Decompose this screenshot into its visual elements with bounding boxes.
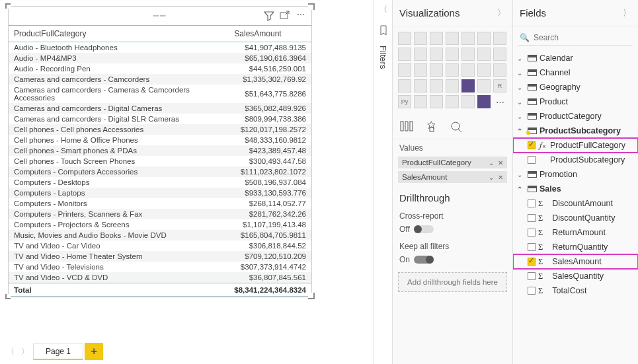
viz-ribbon-icon[interactable]: [461, 48, 475, 61]
page-tab-1[interactable]: Page 1: [33, 344, 83, 360]
chevron-up-icon[interactable]: ⌃: [517, 127, 525, 135]
table-row[interactable]: Computers - Laptops$933,130,593.776: [9, 188, 311, 198]
chevron-down-icon[interactable]: ⌄: [517, 113, 525, 120]
keep-filters-switch[interactable]: [414, 256, 434, 264]
table-row[interactable]: Computers - Projectors & Screens$1,107,1…: [9, 219, 311, 230]
col-header-sales[interactable]: SalesAmount: [229, 26, 311, 42]
page-next[interactable]: 〉: [19, 343, 32, 360]
viz-clustered-column-icon[interactable]: [446, 32, 459, 45]
viz-python-icon[interactable]: Py: [398, 95, 411, 108]
viz-arcgis-icon[interactable]: [461, 95, 475, 108]
well-productfullcategory[interactable]: ProductFullCategory ⌄✕: [398, 157, 507, 168]
viz-line-icon[interactable]: [493, 32, 506, 45]
checkbox[interactable]: [528, 156, 536, 164]
table-productcategory[interactable]: ⌄ProductCategory: [513, 109, 638, 124]
table-row[interactable]: Cameras and camcorders - Camcorders$1,33…: [9, 74, 311, 85]
viz-table-icon[interactable]: [461, 79, 475, 92]
table-row[interactable]: Computers - Monitors$268,114,052.77: [9, 198, 311, 209]
checkbox-checked[interactable]: [528, 258, 536, 266]
table-channel[interactable]: ⌄Channel: [513, 65, 638, 80]
filter-icon[interactable]: [264, 11, 274, 21]
table-row[interactable]: Cell phones - Smart phones & PDAs$423,38…: [9, 145, 311, 156]
chevron-down-icon[interactable]: ⌄: [517, 98, 525, 106]
viz-pie-icon[interactable]: [398, 63, 411, 77]
viz-donut-icon[interactable]: [414, 63, 427, 77]
viz-line-clustered-icon[interactable]: [446, 48, 459, 61]
well-salesamount[interactable]: SalesAmount ⌄✕: [398, 171, 507, 183]
checkbox-checked[interactable]: [528, 141, 536, 149]
checkbox[interactable]: [528, 214, 536, 222]
viz-stacked-bar-icon[interactable]: [398, 32, 411, 45]
fields-tab-icon[interactable]: [399, 120, 414, 132]
grip-icon[interactable]: ══: [153, 11, 167, 20]
add-page-button[interactable]: +: [85, 343, 103, 360]
viz-100-column-icon[interactable]: [477, 32, 491, 45]
well-dropdown-icon[interactable]: ⌄: [489, 174, 494, 181]
table-row[interactable]: Cell phones - Touch Screen Phones$300,49…: [9, 156, 311, 166]
table-productsubcategory[interactable]: ⌃ProductSubcategory: [513, 124, 638, 138]
chevron-down-icon[interactable]: ⌄: [517, 69, 525, 77]
collapse-filters-icon[interactable]: 〈: [379, 4, 387, 15]
checkbox[interactable]: [528, 272, 536, 280]
viz-map-icon[interactable]: [446, 63, 459, 77]
field-discountquantity[interactable]: ΣDiscountQuantity: [513, 211, 638, 225]
viz-more-icon[interactable]: ⋯: [493, 95, 506, 108]
drillthrough-dropzone[interactable]: Add drillthrough fields here: [398, 272, 507, 292]
table-row[interactable]: Cameras and camcorders - Digital Cameras…: [9, 103, 311, 114]
viz-scatter-icon[interactable]: [493, 48, 506, 61]
table-row[interactable]: Audio - MP4&MP3$65,190,616.3964: [9, 53, 311, 63]
checkbox[interactable]: [528, 200, 536, 207]
viz-r-icon[interactable]: R: [493, 79, 506, 92]
well-dropdown-icon[interactable]: ⌄: [489, 159, 494, 166]
table-sales[interactable]: ⌃Sales: [513, 182, 638, 196]
well-remove-icon[interactable]: ✕: [498, 174, 503, 181]
field-discountamount[interactable]: ΣDiscountAmount: [513, 196, 638, 211]
fields-search[interactable]: 🔍: [518, 30, 633, 46]
viz-multirow-icon[interactable]: [414, 79, 427, 92]
viz-treemap-icon[interactable]: [430, 63, 443, 77]
field-returnamount[interactable]: ΣReturnAmount: [513, 225, 638, 240]
table-row[interactable]: TV and Video - Televisions$307,373,914.4…: [9, 262, 311, 272]
checkbox[interactable]: [528, 229, 536, 237]
table-row[interactable]: TV and Video - Home Theater System$709,1…: [9, 251, 311, 262]
viz-key-influencers-icon[interactable]: [414, 95, 427, 108]
table-row[interactable]: Audio - Bluetooth Headphones$41,907,488.…: [9, 42, 311, 54]
format-tab-icon[interactable]: [424, 120, 439, 132]
viz-line-column-icon[interactable]: [430, 48, 443, 61]
field-salesquantity[interactable]: ΣSalesQuantity: [513, 269, 638, 283]
table-row[interactable]: TV and Video - VCD & DVD$36,807,845.561: [9, 272, 311, 283]
table-row[interactable]: Cell phones - Cell phones Accessories$12…: [9, 124, 311, 135]
table-geography[interactable]: ⌄Geography: [513, 80, 638, 94]
field-returnquantity[interactable]: ΣReturnQuantity: [513, 240, 638, 254]
chevron-up-icon[interactable]: ⌃: [517, 186, 525, 193]
table-row[interactable]: TV and Video - Car Video$306,818,844.52: [9, 240, 311, 251]
checkbox[interactable]: [528, 243, 536, 251]
viz-area-icon[interactable]: [398, 48, 411, 61]
bookmark-icon[interactable]: [378, 25, 389, 36]
table-row[interactable]: Computers - Computers Accessories$111,02…: [9, 166, 311, 177]
viz-decomposition-icon[interactable]: [430, 95, 443, 108]
viz-matrix-icon[interactable]: [477, 79, 491, 92]
table-row[interactable]: Computers - Printers, Scanners & Fax$281…: [9, 209, 311, 219]
table-row[interactable]: Cameras and camcorders - Cameras & Camco…: [9, 85, 311, 103]
viz-slicer-icon[interactable]: [446, 79, 459, 92]
focus-mode-icon[interactable]: [280, 11, 290, 21]
viz-waterfall-icon[interactable]: [477, 48, 491, 61]
viz-kpi-icon[interactable]: [430, 79, 443, 92]
viz-gauge-icon[interactable]: [493, 63, 506, 77]
viz-qna-icon[interactable]: [446, 95, 459, 108]
chevron-down-icon[interactable]: ⌄: [517, 171, 525, 178]
table-row[interactable]: Music, Movies and Audio Books - Movie DV…: [9, 230, 311, 240]
checkbox[interactable]: [528, 287, 536, 295]
collapse-fields-icon[interactable]: 〉: [623, 7, 631, 19]
viz-clustered-bar-icon[interactable]: [430, 32, 443, 45]
table-row[interactable]: Cell phones - Home & Office Phones$48,33…: [9, 135, 311, 145]
table-row[interactable]: Computers - Desktops$508,196,937.084: [9, 177, 311, 188]
table-promotion[interactable]: ⌄Promotion: [513, 167, 638, 182]
chevron-down-icon[interactable]: ⌄: [517, 55, 525, 62]
viz-funnel-icon[interactable]: [477, 63, 491, 77]
table-visual[interactable]: ══ ⋯ ProductFullCategory SalesAmount Aud…: [8, 6, 312, 297]
viz-card-icon[interactable]: [398, 79, 411, 92]
search-input[interactable]: [534, 33, 633, 42]
col-header-category[interactable]: ProductFullCategory: [9, 26, 229, 42]
